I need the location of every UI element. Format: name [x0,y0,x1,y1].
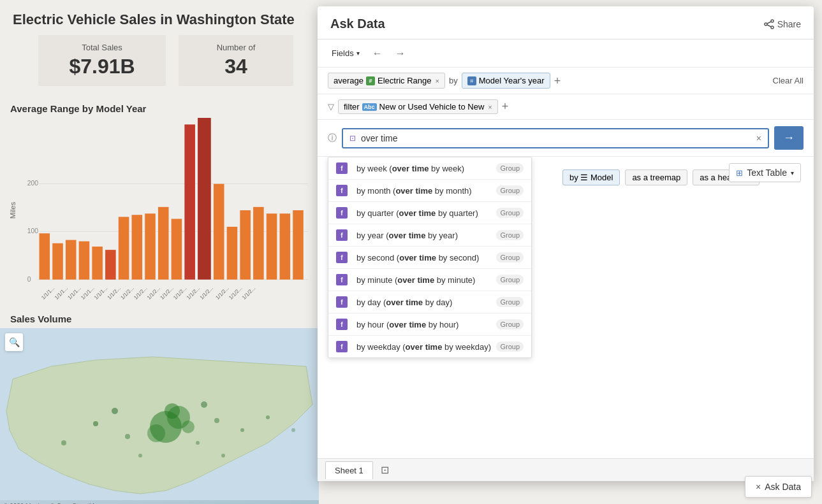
svg-rect-9 [79,241,90,280]
viz-pill-0[interactable]: by ☰ Model [562,169,620,185]
share-button[interactable]: Share [764,19,801,29]
svg-text:1/1/2...: 1/1/2... [159,285,175,301]
total-sales-card: Total Sales $7.91B [38,35,166,86]
svg-rect-16 [172,219,182,279]
filter-icon: ▽ [328,102,334,112]
suggestion-item[interactable]: f by weekday (over time by weekday) Grou… [328,336,531,357]
svg-rect-13 [132,215,143,280]
suggestion-badge-2: Group [496,208,524,218]
suggestion-icon-8: f [336,341,348,352]
search-submit-button[interactable]: → [774,126,804,150]
svg-point-55 [61,440,66,445]
map-svg [0,328,319,500]
clear-all-button[interactable]: Clear All [773,76,804,85]
suggestion-text-8: by weekday (over time by weekday) [356,342,491,352]
svg-rect-8 [66,240,77,280]
svg-rect-14 [145,213,156,280]
suggestion-icon-1: f [336,185,348,196]
suggestion-item[interactable]: f by year (over time by year) Group [328,224,531,247]
svg-text:1/1/1...: 1/1/1... [80,285,95,301]
suggestion-icon-7: f [336,319,348,330]
add-sheet-button[interactable]: ⊡ [381,464,389,476]
viz-pill-1[interactable]: as a treemap [625,169,687,185]
suggestion-text-1: by month (over time by month) [356,186,472,196]
svg-rect-22 [253,207,264,280]
search-clear-button[interactable]: × [756,133,761,143]
svg-text:1/1/1...: 1/1/1... [67,285,82,301]
total-sales-label: Total Sales [51,43,153,52]
suggestion-icon-3: f [336,229,348,241]
svg-text:1/1/1...: 1/1/1... [93,285,108,301]
suggestion-item[interactable]: f by month (over time by month) Group [328,180,531,202]
text-table-select[interactable]: ⊞ Text Table ▾ [729,163,801,182]
svg-rect-11 [105,250,116,280]
y-axis-label: Miles [9,201,17,219]
svg-rect-19 [214,184,224,280]
forward-button[interactable]: → [392,47,409,61]
svg-point-57 [138,454,142,457]
text-table-chevron-icon: ▾ [791,169,794,176]
filter-row: ▽ filter Abc New or Used Vehicle to New … [318,94,814,120]
number-value: 34 [191,55,281,78]
filter-pill[interactable]: filter Abc New or Used Vehicle to New × [338,99,498,114]
svg-point-62 [771,26,774,29]
suggestion-item[interactable]: f by day (over time by day) Group [328,291,531,313]
suggestion-text-6: by day (over time by day) [356,298,452,307]
suggestion-item[interactable]: f by quarter (over time by quarter) Grou… [328,202,531,224]
svg-point-56 [221,454,225,457]
svg-text:100: 100 [27,227,39,234]
add-pill-button[interactable]: + [554,75,561,87]
svg-rect-21 [240,210,251,280]
fields-button[interactable]: Fields ▾ [328,46,363,61]
svg-point-54 [266,415,270,419]
suggestion-item[interactable]: f by week (over time by week) Group [328,157,531,180]
svg-text:1/1/1...: 1/1/1... [40,285,55,301]
svg-rect-20 [227,227,238,280]
number-label: Number of [191,43,281,52]
ask-data-x-icon: × [756,482,761,492]
svg-rect-23 [267,213,277,280]
svg-rect-15 [158,207,169,280]
suggestion-text-3: by year (over time by year) [356,231,458,240]
svg-text:1/1/2...: 1/1/2... [228,285,243,301]
sheet-tabbar: Sheet 1 ⊡ [318,458,814,481]
svg-point-50 [201,401,207,408]
suggestion-item[interactable]: f by minute (over time by minute) Group [328,269,531,291]
suggestions-list: f by week (over time by week) Group f by… [328,157,532,358]
filter-close-icon[interactable]: × [488,103,492,111]
toolbar-row: Fields ▾ ← → [318,40,814,68]
viz-area: by ☰ Modelas a treemapas a heat map ⊞ Te… [542,157,814,481]
total-sales-value: $7.91B [51,55,153,78]
svg-text:0: 0 [27,276,31,283]
search-input[interactable] [361,133,752,143]
bar-chart-svg: Miles 0 100 200 [6,118,312,303]
svg-text:1/1/2...: 1/1/2... [241,285,256,301]
svg-text:1/1/2...: 1/1/2... [133,285,148,301]
suggestion-item[interactable]: f by second (over time by second) Group [328,247,531,269]
model-year-pill[interactable]: ≡ Model Year's year [462,73,550,89]
suggestion-badge-5: Group [496,275,524,285]
sales-volume-title: Sales Volume [10,313,71,324]
filter-pill-label: New or Used Vehicle to New [379,102,485,112]
svg-text:1/1/2...: 1/1/2... [106,285,122,301]
suggestion-item[interactable]: f by hour (over time by hour) Group [328,313,531,336]
suggestion-text-7: by hour (over time by hour) [356,320,459,329]
pill1-label: Electric Range [378,76,432,85]
add-filter-button[interactable]: + [502,100,509,113]
main-body: f by week (over time by week) Group f by… [318,157,814,481]
header-right: Share [764,19,801,29]
pill1-close-icon[interactable]: × [436,77,439,85]
sheet-tab-label: Sheet 1 [335,466,363,475]
svg-line-63 [767,22,771,24]
ask-data-toggle-button[interactable]: × Ask Data [745,476,812,498]
pill2-label: Model Year's year [479,76,545,85]
svg-rect-7 [52,243,63,280]
average-electric-range-pill[interactable]: average # Electric Range × [328,73,445,89]
svg-rect-10 [92,247,103,280]
sheet-tab-1[interactable]: Sheet 1 [325,461,373,479]
map-search-button[interactable]: 🔍 [5,333,23,351]
svg-point-45 [147,424,165,442]
back-button[interactable]: ← [369,47,386,61]
panel-header: Ask Data Share [318,6,814,40]
filter-label: filter [344,102,360,112]
